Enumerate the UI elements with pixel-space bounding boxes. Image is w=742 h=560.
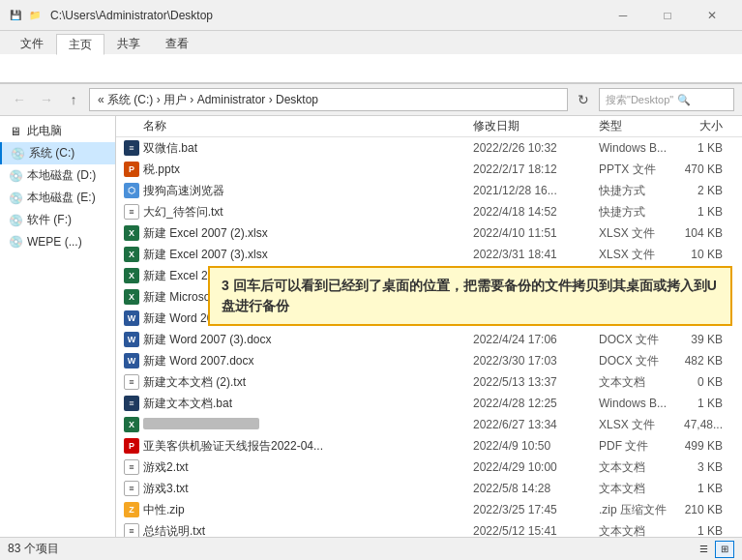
sidebar-item-computer[interactable]: 🖥 此电脑	[0, 120, 115, 142]
file-date: 2022/3/30 17:03	[473, 354, 599, 368]
file-size: 482 KB	[676, 354, 734, 368]
file-size: 2 KB	[676, 184, 734, 197]
list-view-button[interactable]: ☰	[694, 541, 713, 558]
search-box[interactable]: 搜索"Desktop" 🔍	[599, 88, 734, 111]
pptx-icon: P	[124, 162, 139, 177]
ribbon-tabs: 文件 主页 共享 查看	[0, 31, 742, 54]
txt-icon: ≡	[124, 204, 139, 220]
table-row[interactable]: ≡ 游戏3.txt 2022/5/8 14:28 文本文档 1 KB	[116, 478, 742, 499]
status-bar: 83 个项目 ☰ ⊞	[0, 537, 742, 560]
sidebar-item-c[interactable]: 💿 系统 (C:)	[0, 142, 115, 164]
drive-f-icon: 💿	[8, 213, 23, 228]
save-icon: 💾	[8, 8, 23, 23]
file-name: 新建 Word 2007.docx	[143, 353, 473, 369]
file-date: 2022/4/9 10:50	[473, 439, 599, 453]
file-name: 大幻_待答问.txt	[143, 204, 473, 221]
table-row[interactable]: ≡ 大幻_待答问.txt 2022/4/18 14:52 快捷方式 1 KB	[116, 201, 742, 222]
table-row[interactable]: X 2022/6/27 13:34 XLSX 文件 47,48...	[116, 414, 742, 435]
sidebar-item-f[interactable]: 💿 软件 (F:)	[0, 209, 115, 231]
sidebar-item-e[interactable]: 💿 本地磁盘 (E:)	[0, 187, 115, 209]
file-type: XLSX 文件	[599, 417, 676, 433]
ribbon-content	[0, 54, 742, 83]
drive-d-icon: 💿	[8, 168, 23, 184]
sidebar-item-d[interactable]: 💿 本地磁盘 (D:)	[0, 164, 115, 187]
tab-home[interactable]: 主页	[56, 34, 104, 55]
file-size: 1 KB	[676, 141, 734, 155]
table-row[interactable]: W 新建 Word 2007.docx 2022/3/30 17:03 DOCX…	[116, 350, 742, 371]
sidebar-label-d: 本地磁盘 (D:)	[27, 167, 96, 184]
table-row[interactable]: Z 中性.zip 2022/3/25 17:45 .zip 压缩文件 210 K…	[116, 499, 742, 520]
title-bar: 💾 📁 C:\Users\Administrator\Desktop ─ □ ✕	[0, 0, 742, 31]
file-type: DOCX 文件	[599, 332, 676, 348]
forward-button[interactable]: →	[35, 88, 58, 111]
up-button[interactable]: ↑	[62, 88, 85, 111]
file-type: DOCX 文件	[599, 353, 676, 369]
txt-icon: ≡	[124, 459, 139, 475]
computer-icon: 🖥	[8, 124, 23, 139]
bat-icon: ≡	[124, 396, 139, 411]
header-date[interactable]: 修改日期	[473, 118, 599, 134]
tooltip-text: 3 回车后可以看到已经到了桌面的位置，把需要备份的文件拷贝到其桌面或拷入到U盘进…	[222, 278, 717, 313]
folder-icon: 📁	[27, 8, 43, 23]
search-icon: 🔍	[677, 94, 691, 106]
ribbon: 文件 主页 共享 查看	[0, 31, 742, 84]
table-row[interactable]: P 税.pptx 2022/2/17 18:12 PPTX 文件 470 KB	[116, 159, 742, 180]
table-row[interactable]: W 新建 Word 2007 (3).docx 2022/4/24 17:06 …	[116, 329, 742, 350]
tab-share[interactable]: 共享	[104, 33, 153, 54]
table-row[interactable]: ≡ 总结说明.txt 2022/5/12 15:41 文本文档 1 KB	[116, 520, 742, 537]
table-row[interactable]: ≡ 游戏2.txt 2022/4/29 10:00 文本文档 3 KB	[116, 457, 742, 478]
file-list[interactable]: 名称 修改日期 类型 大小 ≡ 双微信.bat 2022/2/26 10:32 …	[116, 116, 742, 537]
table-row[interactable]: X 新建 Excel 2007 (2).xlsx 2022/4/10 11:51…	[116, 222, 742, 244]
file-size: 1 KB	[676, 397, 734, 410]
table-row[interactable]: ≡ 新建文本文档.bat 2022/4/28 12:25 Windows B..…	[116, 393, 742, 414]
file-name: 税.pptx	[143, 162, 473, 178]
file-type: PPTX 文件	[599, 162, 676, 178]
address-path[interactable]: « 系统 (C:) › 用户 › Administrator › Desktop	[89, 88, 568, 111]
file-size: 10 KB	[676, 248, 734, 261]
xlsx-icon: X	[124, 289, 139, 305]
maximize-button[interactable]: □	[645, 0, 690, 31]
table-row[interactable]: ≡ 双微信.bat 2022/2/26 10:32 Windows B... 1…	[116, 137, 742, 159]
file-size: 0 KB	[676, 375, 734, 389]
table-row[interactable]: X 新建 Excel 2007 (3).xlsx 2022/3/31 18:41…	[116, 244, 742, 265]
back-button[interactable]: ←	[8, 88, 31, 111]
close-button[interactable]: ✕	[690, 0, 734, 31]
file-type: .zip 压缩文件	[599, 502, 676, 518]
refresh-button[interactable]: ↻	[572, 88, 595, 111]
sidebar-item-wepe[interactable]: 💿 WEPE (...)	[0, 231, 115, 252]
window-controls: ─ □ ✕	[601, 0, 734, 31]
txt-icon: ≡	[124, 374, 139, 390]
file-date: 2022/3/31 18:41	[473, 248, 599, 261]
header-type[interactable]: 类型	[599, 118, 676, 134]
table-row[interactable]: ⬡ 搜狗高速浏览器 2021/12/28 16... 快捷方式 2 KB	[116, 180, 742, 201]
file-name: 新建文本文档 (2).txt	[143, 374, 473, 391]
file-size: 470 KB	[676, 162, 734, 176]
title-bar-icons: 💾 📁	[8, 8, 43, 23]
file-date: 2022/4/10 11:51	[473, 226, 599, 240]
file-date: 2022/4/18 14:52	[473, 205, 599, 219]
detail-view-button[interactable]: ⊞	[715, 541, 734, 558]
table-row[interactable]: ≡ 新建文本文档 (2).txt 2022/5/13 13:37 文本文档 0 …	[116, 371, 742, 393]
txt-icon: ≡	[124, 523, 139, 537]
table-row[interactable]: P 亚美客供机验证天线报告2022-04... 2022/4/9 10:50 P…	[116, 435, 742, 457]
sidebar: 🖥 此电脑 💿 系统 (C:) 💿 本地磁盘 (D:) 💿 本地磁盘 (E:) …	[0, 116, 116, 537]
file-date: 2022/4/28 12:25	[473, 397, 599, 410]
docx-icon: W	[124, 332, 139, 347]
file-date: 2022/5/13 13:37	[473, 375, 599, 389]
file-size: 3 KB	[676, 460, 734, 474]
header-size[interactable]: 大小	[676, 118, 734, 134]
file-name: 游戏3.txt	[143, 481, 473, 497]
file-date: 2022/2/26 10:32	[473, 141, 599, 155]
main-area: 🖥 此电脑 💿 系统 (C:) 💿 本地磁盘 (D:) 💿 本地磁盘 (E:) …	[0, 116, 742, 537]
tab-file[interactable]: 文件	[8, 33, 56, 54]
sidebar-label-f: 软件 (F:)	[27, 212, 72, 228]
file-size: 1 KB	[676, 482, 734, 495]
header-name[interactable]: 名称	[143, 118, 473, 134]
file-name: 总结说明.txt	[143, 523, 473, 538]
file-name: 中性.zip	[143, 502, 473, 518]
minimize-button[interactable]: ─	[601, 0, 645, 31]
sidebar-label-e: 本地磁盘 (E:)	[27, 190, 96, 206]
file-date: 2022/5/8 14:28	[473, 482, 599, 495]
file-date: 2022/5/12 15:41	[473, 524, 599, 537]
tab-view[interactable]: 查看	[153, 33, 201, 54]
